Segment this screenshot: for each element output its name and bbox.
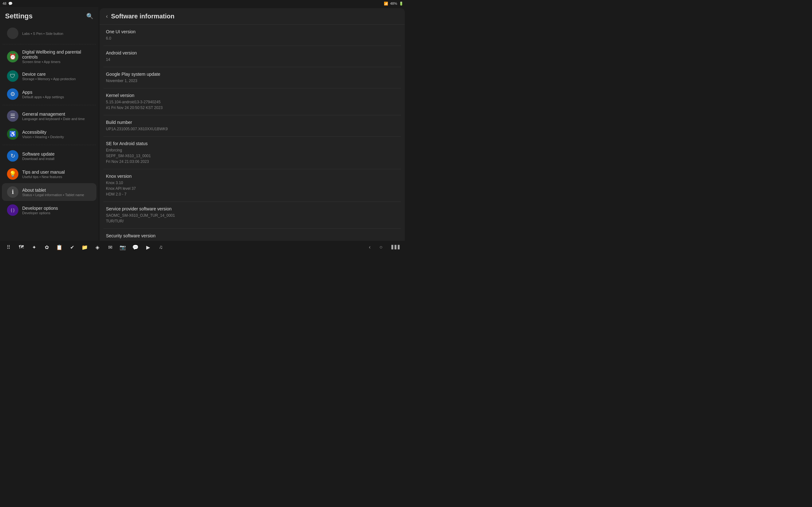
- status-bar-left: 48 💬: [3, 2, 13, 6]
- se-android-label: SE for Android status: [106, 141, 398, 146]
- se-android-value: Enforcing SEPF_SM-X610_13_0001 Fri Nov 2…: [106, 147, 398, 164]
- youtube-app[interactable]: ▶: [143, 242, 153, 252]
- status-bar-right: 📶 48% 🔋: [384, 2, 403, 6]
- accessibility-subtitle: Vision • Hearing • Dexterity: [22, 135, 91, 139]
- accessibility-text: Accessibility Vision • Hearing • Dexteri…: [22, 130, 91, 139]
- content-title: Software information: [111, 13, 174, 20]
- partial-item-labs[interactable]: Labs • S Pen • Side button: [2, 24, 96, 42]
- tips-subtitle: Useful tips • New features: [22, 175, 91, 179]
- info-item-security-software: Security software version ASKS v7.5 Rele…: [103, 229, 401, 241]
- about-tablet-title: About tablet: [22, 187, 91, 193]
- build-value: UP1A.231005.007.X610XXU1BWK9: [106, 126, 398, 132]
- main-layout: Settings 🔍 Labs • S Pen • Side button ⏰ …: [0, 7, 406, 241]
- taskbar: ⠿ 🗺 ✦ ✿ 📋 ✔ 📁 ◈ ✉ 📷 💬 ▶ ♫ ‹ ○ ▋▋▋: [0, 241, 406, 253]
- about-tablet-subtitle: Status • Legal information • Tablet name: [22, 193, 91, 197]
- tips-text: Tips and user manual Useful tips • New f…: [22, 170, 91, 179]
- back-button[interactable]: ‹: [106, 13, 108, 20]
- one-ui-label: One UI version: [106, 29, 398, 34]
- sidebar-item-accessibility[interactable]: ♿ Accessibility Vision • Hearing • Dexte…: [2, 125, 96, 143]
- home-nav-button[interactable]: ○: [378, 243, 384, 251]
- battery-icon: 🔋: [399, 2, 403, 6]
- browser-app[interactable]: ◈: [93, 242, 102, 252]
- translator-app[interactable]: ✦: [29, 242, 39, 252]
- maps-app[interactable]: 🗺: [16, 242, 26, 252]
- device-care-icon: 🛡: [7, 70, 18, 82]
- service-provider-value: SAOMC_SM-X610_OJM_TUR_14_0001 TUR/TUR/: [106, 213, 398, 224]
- device-care-subtitle: Storage • Memory • App protection: [22, 77, 91, 81]
- bixby-app[interactable]: ✿: [42, 242, 51, 252]
- search-icon[interactable]: 🔍: [86, 13, 93, 20]
- accessibility-title: Accessibility: [22, 130, 91, 135]
- content-header: ‹ Software information: [100, 8, 405, 25]
- files-app[interactable]: 📁: [80, 242, 90, 252]
- info-item-build: Build number UP1A.231005.007.X610XXU1BWK…: [103, 115, 401, 136]
- sidebar-item-about-tablet[interactable]: ℹ About tablet Status • Legal informatio…: [2, 183, 96, 201]
- sidebar-header: Settings 🔍: [0, 9, 98, 24]
- info-item-knox: Knox version Knox 3.10 Knox API level 37…: [103, 169, 401, 202]
- digital-wellbeing-text: Digital Wellbeing and parental controls …: [22, 49, 91, 64]
- divider-3: [3, 145, 96, 145]
- tips-icon: 💡: [7, 168, 18, 180]
- apps-subtitle: Default apps • App settings: [22, 95, 91, 99]
- status-bar: 48 💬 📶 48% 🔋: [0, 0, 406, 7]
- digital-wellbeing-icon: ⏰: [7, 51, 18, 62]
- accessibility-icon: ♿: [7, 128, 18, 140]
- taskbar-nav: ‹ ○ ▋▋▋: [368, 243, 402, 251]
- info-item-service-provider: Service provider software version SAOMC_…: [103, 202, 401, 229]
- general-management-subtitle: Language and keyboard • Date and time: [22, 117, 91, 121]
- android-label: Android version: [106, 50, 398, 55]
- general-management-title: General management: [22, 112, 91, 117]
- google-play-value: November 1, 2023: [106, 78, 398, 83]
- sidebar-item-developer-options[interactable]: { } Developer options Developer options: [2, 201, 96, 219]
- google-play-label: Google Play system update: [106, 72, 398, 77]
- content-panel: ‹ Software information One UI version 6.…: [100, 8, 405, 241]
- knox-value: Knox 3.10 Knox API level 37 HDM 2.0 - 7: [106, 180, 398, 197]
- time-display: 48: [3, 2, 6, 5]
- wifi-icon: 📶: [384, 2, 388, 6]
- developer-options-subtitle: Developer options: [22, 211, 91, 215]
- sidebar-item-general-management[interactable]: ☰ General management Language and keyboa…: [2, 107, 96, 125]
- back-nav-button[interactable]: ‹: [368, 243, 372, 251]
- info-list: One UI version 6.0 Android version 14 Go…: [100, 25, 405, 241]
- sidebar-item-apps[interactable]: ⚙ Apps Default apps • App settings: [2, 85, 96, 103]
- labs-icon: [7, 27, 18, 39]
- sidebar-item-tips[interactable]: 💡 Tips and user manual Useful tips • New…: [2, 165, 96, 183]
- device-care-title: Device care: [22, 72, 91, 77]
- notes-app[interactable]: 📋: [55, 242, 64, 252]
- email-app[interactable]: ✉: [105, 242, 115, 252]
- build-label: Build number: [106, 120, 398, 125]
- service-provider-label: Service provider software version: [106, 206, 398, 211]
- tasks-app[interactable]: ✔: [67, 242, 77, 252]
- app-drawer-button[interactable]: ⠿: [4, 242, 13, 252]
- android-value: 14: [106, 57, 398, 62]
- info-item-google-play: Google Play system update November 1, 20…: [103, 67, 401, 89]
- settings-title: Settings: [5, 12, 33, 20]
- labs-item-text: Labs • S Pen • Side button: [22, 32, 91, 36]
- kernel-value: 5.15.104-android13-3-27940245 #1 Fri Nov…: [106, 99, 398, 111]
- about-tablet-text: About tablet Status • Legal information …: [22, 187, 91, 197]
- recents-nav-button[interactable]: ▋▋▋: [390, 244, 402, 250]
- general-management-icon: ☰: [7, 110, 18, 122]
- software-update-icon: ↻: [7, 150, 18, 162]
- divider-1: [3, 44, 96, 44]
- apps-icon: ⚙: [7, 89, 18, 100]
- apps-text: Apps Default apps • App settings: [22, 90, 91, 99]
- kernel-label: Kernel version: [106, 93, 398, 98]
- info-item-kernel: Kernel version 5.15.104-android13-3-2794…: [103, 89, 401, 115]
- info-item-se-android: SE for Android status Enforcing SEPF_SM-…: [103, 136, 401, 169]
- software-update-subtitle: Download and install: [22, 157, 91, 161]
- whatsapp-app[interactable]: 💬: [131, 242, 140, 252]
- security-software-label: Security software version: [106, 233, 398, 238]
- device-care-text: Device care Storage • Memory • App prote…: [22, 72, 91, 81]
- apps-title: Apps: [22, 90, 91, 95]
- tips-title: Tips and user manual: [22, 170, 91, 175]
- sidebar-item-software-update[interactable]: ↻ Software update Download and install: [2, 147, 96, 165]
- spotify-app[interactable]: ♫: [156, 242, 165, 252]
- software-update-title: Software update: [22, 152, 91, 157]
- info-item-android: Android version 14: [103, 46, 401, 67]
- sidebar-item-device-care[interactable]: 🛡 Device care Storage • Memory • App pro…: [2, 67, 96, 85]
- developer-options-title: Developer options: [22, 206, 91, 211]
- sidebar-item-digital-wellbeing[interactable]: ⏰ Digital Wellbeing and parental control…: [2, 46, 96, 67]
- camera-app[interactable]: 📷: [118, 242, 128, 252]
- developer-options-icon: { }: [7, 205, 18, 216]
